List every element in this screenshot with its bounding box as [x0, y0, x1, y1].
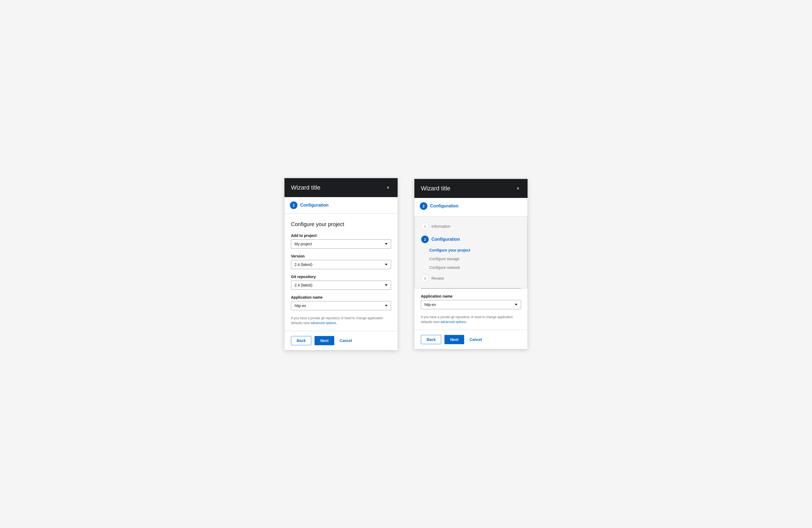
form-hint-2: If you have a private git repository of …: [421, 315, 521, 324]
back-button-2[interactable]: Back: [421, 335, 441, 344]
close-button-2[interactable]: ×: [515, 185, 521, 191]
wizard-footer-1: Back Next Cancel: [285, 331, 397, 350]
wizard-title-2: Wizard title: [421, 185, 450, 192]
label-git-repository: Git repository: [291, 274, 391, 279]
wizard-header-1: Wizard title ×: [285, 178, 397, 197]
nav-step1-item[interactable]: 1 Information: [415, 220, 527, 233]
select-git-repository[interactable]: 2.4 (latest) 2.3 2.2: [291, 281, 391, 290]
nav-step3-item[interactable]: 3 Review: [415, 272, 527, 285]
label-application-name: Application name: [291, 295, 391, 299]
next-button-2[interactable]: Next: [445, 335, 464, 344]
form-group-add-to-project: Add to project My project Project A Proj…: [291, 233, 391, 248]
wizard-nav-2: 2 Configuration 1 Information 2 Configur…: [415, 198, 527, 213]
select-version[interactable]: 2.4 (latest) 2.3 2.2: [291, 260, 391, 269]
form-group-application-name-2: Application name http-ex app-1 app-2: [421, 294, 521, 309]
nav-step2-item[interactable]: 2 Configuration: [415, 233, 527, 246]
step1-num: 1: [421, 223, 429, 230]
nav-main-step-2: 2 Configuration: [420, 202, 522, 213]
nav-dropdown-panel: 1 Information 2 Configuration Configure …: [415, 216, 527, 288]
wizard-body-1: Configure your project Add to project My…: [285, 214, 397, 331]
step1-label: Information: [432, 224, 450, 229]
form-group-version: Version 2.4 (latest) 2.3 2.2: [291, 254, 391, 269]
step-badge-2: 2: [420, 202, 427, 210]
cancel-button-2[interactable]: Cancel: [469, 337, 482, 342]
wizard-nav-1: 2 Configuration: [285, 197, 397, 214]
cancel-button-1[interactable]: Cancel: [340, 339, 352, 343]
select-application-name[interactable]: http-ex app-1 app-2: [291, 301, 391, 310]
wizard-title-1: Wizard title: [291, 184, 320, 191]
step-badge-1: 2: [290, 201, 298, 209]
wizard-modal-1: Wizard title × 2 Configuration Configure…: [284, 178, 398, 351]
wizard-modal-2: Wizard title × 2 Configuration 1 Informa…: [414, 179, 528, 349]
form-hint-1: If you have a private git repository of …: [291, 316, 391, 326]
advanced-options-link-1[interactable]: advanced options.: [311, 321, 337, 325]
form-group-git-repository: Git repository 2.4 (latest) 2.3 2.2: [291, 274, 391, 290]
advanced-options-link-2[interactable]: advanced options.: [441, 320, 467, 324]
select-application-name-2[interactable]: http-ex app-1 app-2: [421, 300, 521, 309]
close-button-1[interactable]: ×: [385, 185, 391, 191]
step2-num: 2: [421, 236, 429, 243]
section-title-1: Configure your project: [291, 221, 391, 227]
next-button-1[interactable]: Next: [315, 336, 334, 345]
step2-label: Configuration: [432, 237, 460, 242]
step3-label: Review: [432, 276, 444, 281]
back-button-1[interactable]: Back: [291, 336, 311, 345]
nav-sub-item-configure-network[interactable]: Configure network: [415, 263, 527, 272]
nav-sub-item-configure-project[interactable]: Configure your project: [415, 246, 527, 255]
label-application-name-2: Application name: [421, 294, 521, 298]
form-group-application-name: Application name http-ex app-1 app-2: [291, 295, 391, 310]
step-label-2: Configuration: [430, 204, 459, 209]
label-version: Version: [291, 254, 391, 258]
label-add-to-project: Add to project: [291, 233, 391, 238]
select-add-to-project[interactable]: My project Project A Project B: [291, 239, 391, 248]
step3-num: 3: [421, 274, 429, 282]
wizard-footer-2: Back Next Cancel: [415, 330, 527, 349]
wizard-header-2: Wizard title ×: [415, 179, 527, 198]
nav-sub-item-configure-storage[interactable]: Configure storage: [415, 255, 527, 263]
step-label-1: Configuration: [300, 203, 329, 208]
